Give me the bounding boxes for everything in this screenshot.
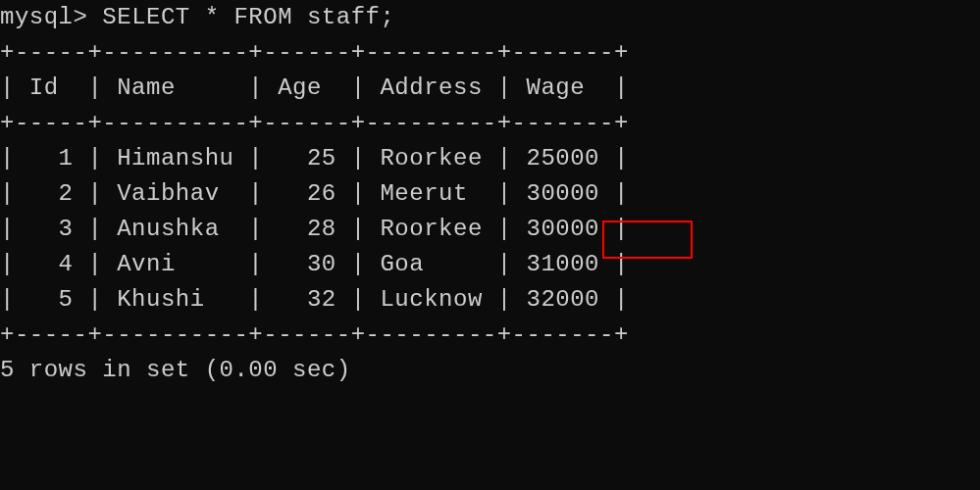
table-row: | 2 | Vaibhav | 26 | Meerut | 30000 | — [0, 180, 629, 207]
sql-query: SELECT * FROM staff; — [102, 4, 394, 30]
table-header: | Id | Name | Age | Address | Wage | — [0, 74, 629, 101]
table-row: | 4 | Avni | 30 | Goa | 31000 | — [0, 251, 629, 277]
table-row: | 5 | Khushi | 32 | Lucknow | 32000 | — [0, 286, 629, 313]
mysql-prompt: mysql> SELECT * FROM staff; — [0, 4, 394, 30]
terminal-output: mysql> SELECT * FROM staff; +-----+-----… — [0, 0, 980, 388]
table-row: | 1 | Himanshu | 25 | Roorkee | 25000 | — [0, 145, 629, 172]
table-border-bot: +-----+----------+------+---------+-----… — [0, 321, 629, 348]
table-border-top: +-----+----------+------+---------+-----… — [0, 39, 629, 66]
table-border-mid: +-----+----------+------+---------+-----… — [0, 110, 629, 136]
table-row: | 3 | Anushka | 28 | Roorkee | 30000 | — [0, 216, 629, 242]
result-message: 5 rows in set (0.00 sec) — [0, 357, 351, 383]
